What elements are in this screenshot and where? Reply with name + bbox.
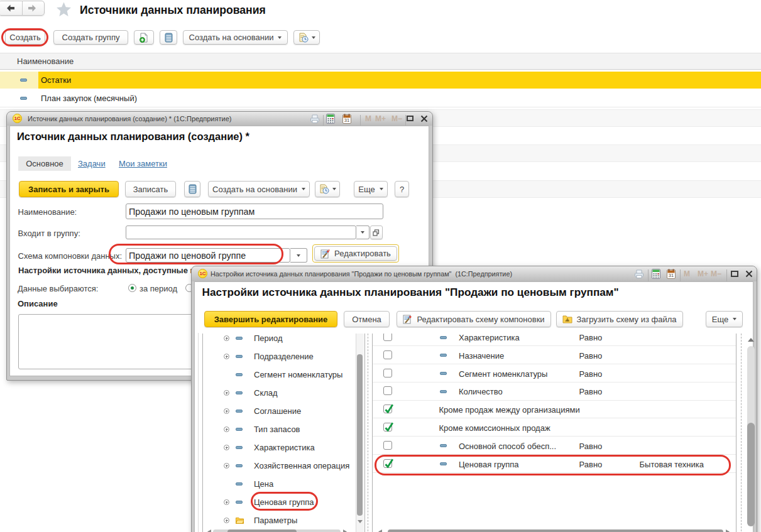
- svg-text:31: 31: [344, 117, 349, 123]
- svg-text:31: 31: [669, 273, 674, 278]
